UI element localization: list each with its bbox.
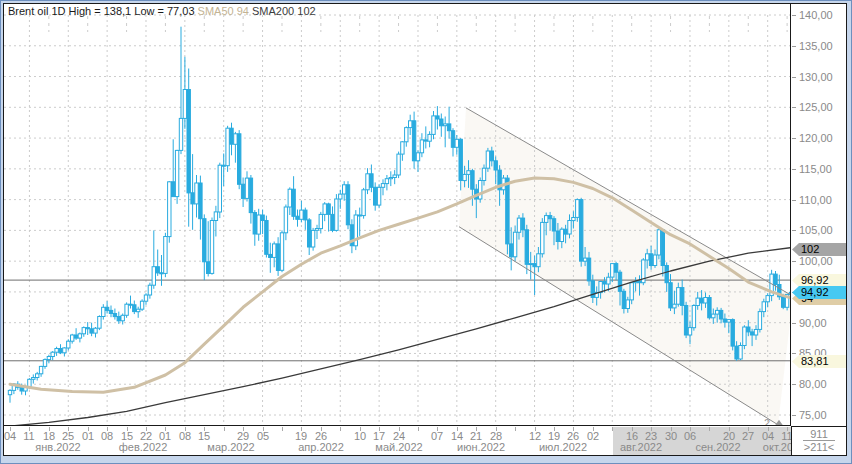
month-label: мар.2022: [207, 441, 254, 453]
price-tick-label: 130,00: [799, 70, 833, 84]
price-tick-label: 140,00: [799, 8, 833, 22]
price-axis-panel[interactable]: 140,00135,00130,00125,00120,00115,00110,…: [792, 4, 846, 426]
price-tick-mark: [792, 323, 796, 324]
price-tick-label: 120,00: [799, 131, 833, 145]
time-tick-label: 11: [23, 430, 34, 442]
time-tick-label: 10: [354, 430, 366, 442]
price-chart-plot[interactable]: 2 Brent oil 1D High = 138,1 Low = 77,03 …: [4, 4, 791, 426]
time-tick-label: 02: [587, 430, 599, 442]
price-tick-label: 75,00: [799, 408, 827, 422]
time-tick-mark: [418, 427, 419, 431]
price-tick-label: 90,00: [799, 316, 827, 330]
time-tick-label: 08: [101, 430, 113, 442]
price-tag: 83,81: [792, 355, 846, 368]
price-tick-label: 110,00: [799, 193, 832, 207]
price-tick-label: 100,00: [799, 254, 833, 268]
time-tick-mark: [709, 427, 710, 431]
time-tick-label: 04: [4, 430, 16, 442]
sma50-legend: SMA50 94: [198, 5, 249, 17]
time-tick-label: 30: [665, 430, 677, 442]
price-tick-mark: [792, 353, 796, 354]
time-tick-mark: [224, 427, 225, 431]
price-tick-mark: [792, 415, 796, 416]
month-label: апр.2022: [298, 441, 344, 453]
price-tick-label: 115,00: [799, 162, 832, 176]
price-tick-mark: [792, 15, 796, 16]
time-tick-label: 05: [257, 430, 269, 442]
time-tick-label: 06: [684, 430, 696, 442]
month-label: май.2022: [375, 441, 422, 453]
month-label: янв.2022: [35, 441, 80, 453]
price-tick-mark: [792, 107, 796, 108]
time-tick-mark: [612, 427, 613, 431]
chart-window: 2 Brent oil 1D High = 138,1 Low = 77,03 …: [3, 3, 847, 456]
price-tick-mark: [792, 138, 796, 139]
price-tick-label: 125,00: [799, 100, 833, 114]
time-tick-label: 01: [82, 430, 94, 442]
time-tick-label: 07: [431, 430, 443, 442]
price-chart-canvas[interactable]: 2: [4, 4, 791, 426]
price-tick-mark: [792, 77, 796, 78]
month-label: окт.202: [763, 441, 791, 453]
time-tick-label: 27: [742, 430, 754, 442]
month-label: фев.2022: [119, 441, 168, 453]
time-tick-mark: [282, 427, 283, 431]
month-label: сен.2022: [695, 441, 740, 453]
price-tag: 102: [792, 243, 846, 256]
chart-title: Brent oil 1D High = 138,1 Low = 77,03 SM…: [8, 5, 316, 17]
month-label: июн.2022: [457, 441, 505, 453]
price-tick-mark: [792, 384, 796, 385]
time-tick-mark: [515, 427, 516, 431]
month-label: авг.2022: [620, 441, 662, 453]
axis-corner-cell: 911 >211<: [791, 426, 846, 455]
price-tag: 96,92: [792, 274, 846, 287]
time-tick-mark: [340, 427, 341, 431]
time-tick-label: 08: [179, 430, 191, 442]
bar-count-bottom: >211<: [804, 441, 834, 454]
month-label: июл.2022: [539, 441, 587, 453]
price-tick-mark: [792, 230, 796, 231]
annotation-marker-label[interactable]: 2: [764, 417, 770, 426]
price-tick-mark: [792, 200, 796, 201]
time-axis-panel[interactable]: 0411182501081522010815290519261017240714…: [4, 427, 791, 455]
chart-title-main: Brent oil 1D High = 138,1 Low = 77,03: [8, 5, 195, 17]
bar-count-top: 911: [803, 428, 835, 441]
price-tick-label: 105,00: [799, 223, 833, 237]
price-tick-mark: [792, 261, 796, 262]
price-tick-mark: [792, 46, 796, 47]
price-tick-mark: [792, 169, 796, 170]
price-tick-label: 80,00: [799, 377, 827, 391]
price-tag: 94,92: [792, 286, 846, 299]
price-tick-label: 135,00: [799, 39, 833, 53]
chart-window-frame: 2 Brent oil 1D High = 138,1 Low = 77,03 …: [0, 0, 852, 464]
sma200-legend: SMA200 102: [252, 5, 316, 17]
